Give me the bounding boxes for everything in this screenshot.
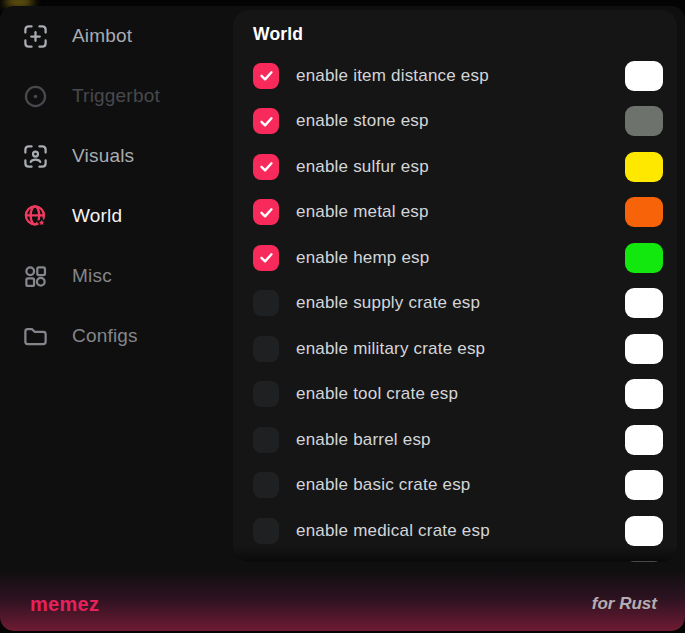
world-globe-icon: [22, 203, 49, 230]
color-swatch[interactable]: [625, 334, 663, 364]
esp-setting-label: enable stone esp: [296, 111, 625, 131]
esp-setting-label: enable sulfur esp: [296, 157, 625, 177]
checkbox[interactable]: [253, 63, 279, 89]
color-swatch[interactable]: [625, 470, 663, 500]
color-swatch[interactable]: [625, 288, 663, 318]
esp-setting-row: enable barrel esp: [253, 417, 663, 463]
esp-setting-row: enable military crate esp: [253, 326, 663, 372]
configs-folder-icon: [22, 323, 49, 350]
sidebar-item-aimbot[interactable]: Aimbot: [0, 6, 233, 66]
triggerbot-target-icon: [22, 83, 49, 110]
brand-tagline: for Rust: [592, 594, 657, 614]
esp-setting-label: enable basic crate esp: [296, 475, 625, 495]
esp-setting-label: enable military crate esp: [296, 339, 625, 359]
esp-setting-row: enable hemp esp: [253, 235, 663, 281]
footer-bar: memez for Rust: [0, 571, 685, 631]
sidebar-item-label: Visuals: [72, 145, 134, 167]
esp-setting-row: enable medical crate esp: [253, 508, 663, 554]
checkmark-icon: [258, 67, 275, 84]
sidebar-item-label: Triggerbot: [72, 85, 160, 107]
brand-name: memez: [30, 593, 99, 616]
cheat-menu-window: Aimbot Triggerbot Visuals World Misc Con…: [0, 6, 685, 631]
color-swatch[interactable]: [625, 61, 663, 91]
checkbox[interactable]: [253, 472, 279, 498]
esp-setting-row: enable item distance esp: [253, 53, 663, 99]
esp-setting-row: enable supply crate esp: [253, 281, 663, 327]
sidebar-item-misc[interactable]: Misc: [0, 246, 233, 306]
panel-title: World: [253, 24, 663, 45]
checkbox[interactable]: [253, 108, 279, 134]
misc-shapes-icon: [22, 263, 49, 290]
checkbox[interactable]: [253, 518, 279, 544]
checkbox[interactable]: [253, 336, 279, 362]
color-swatch[interactable]: [625, 243, 663, 273]
color-swatch[interactable]: [625, 516, 663, 546]
checkbox[interactable]: [253, 381, 279, 407]
color-swatch[interactable]: [625, 106, 663, 136]
color-swatch[interactable]: [625, 152, 663, 182]
esp-setting-label: enable hemp esp: [296, 248, 625, 268]
esp-setting-row: enable tool crate esp: [253, 372, 663, 418]
sidebar-item-configs[interactable]: Configs: [0, 306, 233, 366]
aimbot-crosshair-icon: [22, 23, 49, 50]
color-swatch[interactable]: [625, 379, 663, 409]
esp-setting-row: enable basic crate esp: [253, 463, 663, 509]
color-swatch[interactable]: [625, 197, 663, 227]
esp-setting-label: enable metal esp: [296, 202, 625, 222]
visuals-scan-person-icon: [22, 143, 49, 170]
sidebar-item-label: Misc: [72, 265, 112, 287]
sidebar: Aimbot Triggerbot Visuals World Misc Con…: [0, 6, 233, 571]
esp-setting-row: enable metal esp: [253, 190, 663, 236]
esp-setting-label: enable tool crate esp: [296, 384, 625, 404]
sidebar-item-world[interactable]: World: [0, 186, 233, 246]
sidebar-item-label: World: [72, 205, 122, 227]
sidebar-item-label: Configs: [72, 325, 138, 347]
esp-setting-label: enable barrel esp: [296, 430, 625, 450]
esp-setting-label: enable item distance esp: [296, 66, 625, 86]
esp-setting-row: [253, 554, 663, 563]
checkmark-icon: [258, 113, 275, 130]
settings-panel: World enable item distance esp enable st…: [233, 10, 677, 562]
esp-setting-row: enable stone esp: [253, 99, 663, 145]
checkmark-icon: [258, 158, 275, 175]
sidebar-item-visuals[interactable]: Visuals: [0, 126, 233, 186]
esp-setting-row: enable sulfur esp: [253, 144, 663, 190]
checkbox[interactable]: [253, 154, 279, 180]
sidebar-item-label: Aimbot: [72, 25, 132, 47]
checkmark-icon: [258, 249, 275, 266]
sidebar-item-triggerbot[interactable]: Triggerbot: [0, 66, 233, 126]
checkbox[interactable]: [253, 245, 279, 271]
checkbox[interactable]: [253, 199, 279, 225]
color-swatch[interactable]: [625, 425, 663, 455]
settings-list: enable item distance esp enable stone es…: [253, 53, 663, 562]
esp-setting-label: enable supply crate esp: [296, 293, 625, 313]
esp-setting-label: enable medical crate esp: [296, 521, 625, 541]
color-swatch[interactable]: [625, 561, 663, 562]
checkbox[interactable]: [253, 427, 279, 453]
checkbox[interactable]: [253, 290, 279, 316]
checkmark-icon: [258, 204, 275, 221]
